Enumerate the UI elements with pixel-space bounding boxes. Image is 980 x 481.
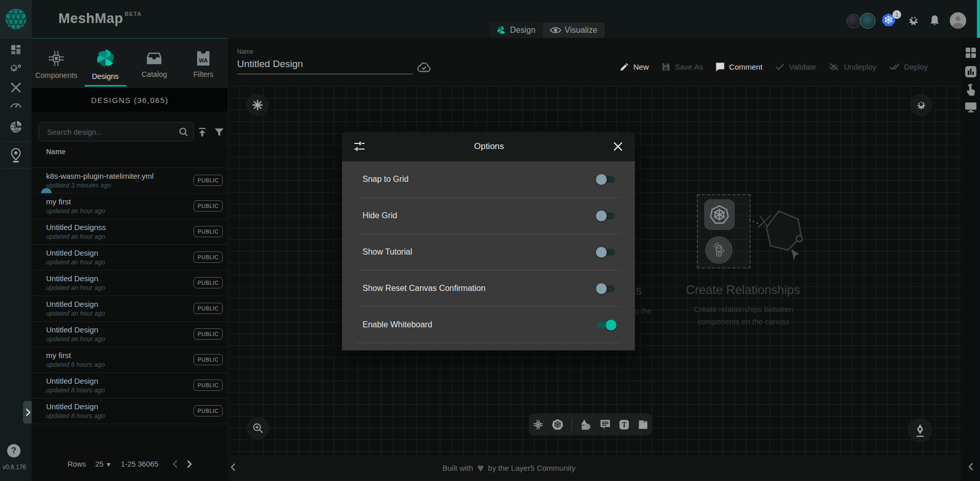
mesh-logo-icon <box>4 7 28 31</box>
meshmap-pin-icon[interactable] <box>0 148 32 163</box>
design-row[interactable]: my first updated 6 hours ago PUBLIC <box>32 347 228 372</box>
dialog-title: Options <box>366 141 612 152</box>
design-name-input[interactable] <box>237 58 413 74</box>
footer-collapse-right-icon[interactable] <box>962 462 980 471</box>
section-title: DESIGNS (36,065) <box>32 88 228 112</box>
touch-interactions-icon[interactable] <box>962 83 980 96</box>
svg-text:T: T <box>622 421 626 429</box>
next-page-button[interactable] <box>187 460 192 468</box>
canvas-dock: T <box>529 413 652 435</box>
design-row[interactable]: Untitled Design updated an hour ago PUBL… <box>32 270 228 296</box>
toggle-enable-whiteboard[interactable] <box>596 320 616 330</box>
deploy-button[interactable]: Deploy <box>889 62 928 71</box>
upload-design-icon[interactable] <box>197 127 208 138</box>
performance-gauge-icon[interactable] <box>0 100 32 109</box>
dock-comment-icon[interactable] <box>600 419 611 430</box>
close-icon[interactable] <box>612 142 624 151</box>
new-button[interactable]: New <box>620 62 649 72</box>
pen-drawing-button[interactable] <box>908 418 932 443</box>
visibility-badge: PUBLIC <box>194 175 223 186</box>
design-row[interactable]: Untitled Design updated an hour ago PUBL… <box>32 244 228 270</box>
prev-page-button[interactable] <box>173 460 178 468</box>
toggle-snap-to-grid[interactable] <box>596 174 616 185</box>
configuration-tools-icon[interactable] <box>0 81 32 94</box>
tune-icon <box>353 140 366 153</box>
design-row[interactable]: Untitled Design updated 8 hours ago PUBL… <box>32 398 228 424</box>
tab-visualize[interactable]: Visualize <box>543 23 605 38</box>
column-header-name: Name <box>46 148 66 156</box>
design-row[interactable]: Untitled Design updated an hour ago PUBL… <box>32 321 228 347</box>
dock-shapes-icon[interactable] <box>580 419 592 431</box>
toggle-hide-grid[interactable] <box>596 211 616 221</box>
layer5-logo[interactable] <box>0 0 32 38</box>
left-nav-rail: ? v0.6.176 <box>0 38 32 481</box>
pagination-range: 1-25 36065 <box>121 460 158 468</box>
lifecycle-gears-icon[interactable] <box>0 62 32 74</box>
validate-button[interactable]: Validate <box>775 62 816 71</box>
undeploy-icon <box>828 62 840 71</box>
tab-components[interactable]: Components <box>32 39 81 89</box>
tutorial-body: Create relationships between components … <box>667 303 820 328</box>
canvas-settings-button[interactable] <box>910 94 932 116</box>
tab-filters[interactable]: WA Filters <box>179 39 228 89</box>
svg-text:WA: WA <box>199 57 208 64</box>
canvas-snowflake-button[interactable] <box>246 94 269 116</box>
components-icon <box>47 49 66 68</box>
rows-label: Rows <box>68 460 86 468</box>
design-row[interactable]: my first updated an hour ago PUBLIC <box>32 193 228 219</box>
pencil-icon <box>620 62 629 72</box>
search-input[interactable] <box>46 127 179 137</box>
zoom-in-button[interactable] <box>247 417 269 440</box>
widgets-grid-icon[interactable] <box>962 47 980 58</box>
notifications-bell-icon[interactable] <box>929 14 940 27</box>
filter-funnel-icon[interactable] <box>214 127 225 138</box>
undeploy-button[interactable]: Undeploy <box>828 62 876 71</box>
filters-wasm-icon: WA <box>196 50 211 67</box>
meshsync-node <box>705 236 733 264</box>
canvas-toolbar: New Save As Comment Validate <box>620 57 928 76</box>
design-row[interactable]: k8s-wasm-plugin-ratelimiter.yml updated … <box>32 168 228 193</box>
monitor-display-icon[interactable] <box>962 101 980 113</box>
search-icon <box>179 127 188 137</box>
collaborator-avatar-2[interactable] <box>860 13 876 29</box>
profile-avatar[interactable] <box>950 12 966 29</box>
help-icon[interactable]: ? <box>7 444 20 457</box>
settings-gear-icon[interactable] <box>907 14 920 27</box>
tab-catalog[interactable]: Catalog <box>130 39 179 89</box>
dock-kubernetes-icon[interactable] <box>551 419 564 431</box>
version-label: v0.6.176 <box>3 464 26 471</box>
eye-icon <box>550 26 561 34</box>
visibility-badge: PUBLIC <box>194 252 223 263</box>
dock-text-tool-icon[interactable]: T <box>619 419 630 430</box>
visibility-badge: PUBLIC <box>194 277 223 288</box>
chart-panel-icon[interactable] <box>962 66 980 78</box>
footer-credit: Built with ♥ by the Layer5 Community <box>442 464 576 472</box>
tutorial-heading: Create Relationships <box>630 283 856 297</box>
comment-button[interactable]: Comment <box>715 62 762 72</box>
design-search <box>38 122 194 141</box>
toggle-show-reset-confirmation[interactable] <box>596 283 616 294</box>
design-row[interactable]: Untitled Design updated an hour ago PUBL… <box>32 296 228 321</box>
extensions-pie-icon[interactable] <box>0 120 32 134</box>
rows-per-page-select[interactable]: 25▼ <box>95 460 112 468</box>
visibility-badge: PUBLIC <box>194 226 223 237</box>
dock-components-icon[interactable] <box>532 419 544 430</box>
options-dialog-header: Options <box>342 132 635 161</box>
right-dock-rail <box>962 38 980 481</box>
footer-collapse-left-icon[interactable] <box>230 463 236 472</box>
dock-image-icon[interactable] <box>637 419 649 430</box>
option-row-hide-grid: Hide Grid <box>356 198 621 234</box>
collaborator-avatar-1[interactable] <box>846 14 861 28</box>
design-row[interactable]: Untitled Design updated 8 hours ago PUBL… <box>32 372 228 398</box>
visibility-badge: PUBLIC <box>194 328 223 340</box>
design-row[interactable]: Untitled Designss updated an hour ago PU… <box>32 219 228 244</box>
dashboard-icon[interactable] <box>0 44 32 56</box>
tab-designs[interactable]: Designs <box>81 39 130 89</box>
toggle-show-tutorial[interactable] <box>596 247 616 258</box>
catalog-icon <box>146 50 162 67</box>
designs-list: k8s-wasm-plugin-ratelimiter.yml updated … <box>32 168 228 424</box>
save-as-button[interactable]: Save As <box>661 62 703 72</box>
tab-design[interactable]: Design <box>489 23 543 38</box>
tutorial-drop-zone <box>697 194 751 268</box>
caret-down-icon: ▼ <box>105 461 112 468</box>
